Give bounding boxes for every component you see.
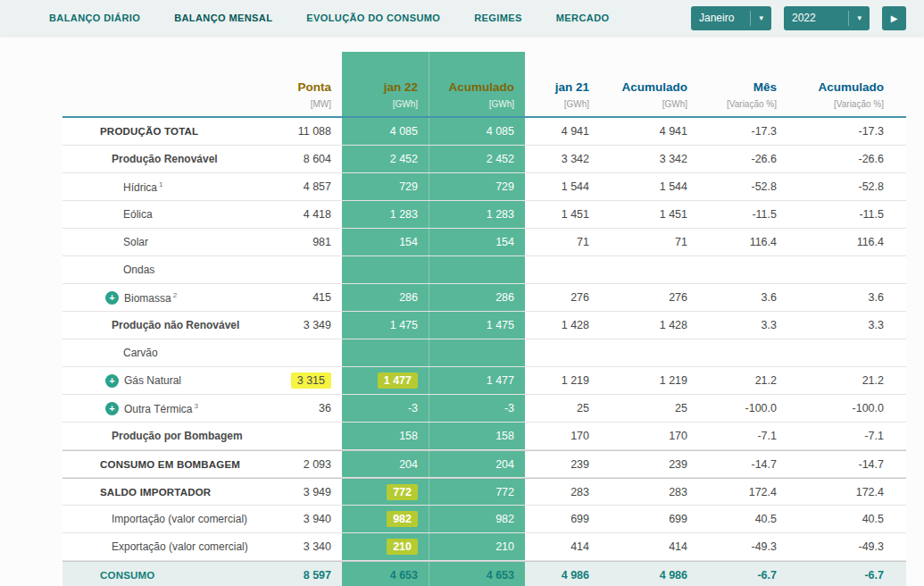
cell-value: 25 [577, 402, 589, 414]
column-header-unit: [GWh] [489, 99, 514, 109]
row-label-text: CONSUMO [100, 570, 154, 581]
cell-value: 3.3 [762, 319, 777, 331]
cell-value: -6.7 [757, 569, 777, 582]
cell-acum_var: -14.7 [787, 451, 906, 477]
column-header-unit: [MW] [311, 99, 331, 109]
cell-value: 1 428 [562, 319, 589, 331]
row-label-text: Produção não Renovável [112, 319, 239, 331]
cell-acum22 [429, 256, 525, 283]
column-header-label: Acumulado [448, 80, 514, 94]
cell-jan22: 4 653 [342, 562, 429, 586]
row-label-text: SALDO IMPORTADOR [100, 487, 211, 498]
table-row: Eólica4 4181 2831 2831 4511 451-11.5-11.… [62, 201, 906, 229]
cell-jan22: 982 [342, 506, 429, 532]
cell-value: -14.7 [752, 458, 778, 471]
table-row: +Outra Térmica336-3-32525-100.0-100.0 [62, 395, 906, 423]
cell-value: 1 451 [562, 208, 589, 221]
nav-item-link[interactable]: REGIMES [474, 13, 522, 23]
column-header-unit: [GWh] [564, 99, 589, 109]
row-label: +Outra Térmica3 [62, 395, 268, 422]
cell-jan22: 2 452 [342, 146, 429, 172]
cell-acum21: 414 [600, 533, 698, 560]
cell-ponta: 8 604 [268, 146, 342, 172]
cell-value: 1 475 [390, 319, 418, 331]
cell-value: 4 085 [390, 125, 418, 138]
cell-acum21: 4 986 [600, 562, 698, 586]
cell-jan22: -3 [342, 395, 429, 422]
balance-table: Ponta[MW]jan 22[GWh]Acumulado[GWh]jan 21… [62, 52, 906, 586]
cell-jan22: 204 [342, 451, 429, 477]
cell-value: 4 653 [390, 569, 418, 582]
month-dropdown[interactable]: Janeiro ▾ [691, 6, 771, 30]
cell-value: 3 940 [304, 513, 331, 525]
nav-item-link[interactable]: MERCADO [556, 13, 610, 23]
cell-acum_var: 172.4 [787, 479, 906, 505]
cell-value: -3 [408, 402, 418, 414]
table-row: Importação (valor comercial)3 9409829826… [62, 506, 906, 533]
cell-value: 729 [495, 180, 514, 193]
cell-acum21 [600, 339, 698, 366]
table-row: Carvão [62, 339, 906, 367]
cell-value: -100.0 [745, 402, 777, 414]
cell-acum_var: -11.5 [787, 201, 906, 228]
column-header-jan22: jan 22[GWh] [342, 52, 429, 116]
column-header-unit: [Variação %] [727, 99, 777, 109]
cell-value: 2 452 [487, 153, 514, 165]
row-label-text: Produção Renovável [112, 153, 218, 165]
expand-plus-icon[interactable]: + [105, 402, 119, 415]
cell-value: 154 [399, 236, 418, 248]
nav-item-link[interactable]: BALANÇO DIÁRIO [49, 13, 140, 23]
cell-jan22: 772 [342, 479, 429, 505]
cell-value: -7.1 [757, 430, 777, 442]
cell-value: 172.4 [749, 486, 777, 498]
period-controls: Janeiro ▾ 2022 ▾ ▶ [691, 6, 906, 30]
cell-value: 3 342 [562, 153, 589, 165]
cell-value: 40.5 [862, 513, 884, 525]
cell-mes [698, 339, 787, 366]
nav-item-active[interactable]: BALANÇO MENSAL [174, 13, 272, 23]
cell-value: 172.4 [856, 486, 884, 498]
cell-acum21: 3 342 [600, 146, 698, 172]
cell-value: 71 [675, 236, 687, 248]
cell-value: 4 653 [487, 569, 514, 582]
row-label: Importação (valor comercial) [62, 506, 268, 532]
cell-acum22: 4 085 [429, 118, 525, 145]
cell-value: 1 219 [562, 374, 589, 387]
cell-value: 21.2 [862, 374, 884, 387]
cell-mes: 3.3 [698, 312, 787, 339]
cell-value: 1 219 [660, 374, 687, 387]
row-label-text: Carvão [123, 347, 158, 359]
table-row: PRODUÇÃO TOTAL11 0884 0854 0854 9414 941… [62, 118, 906, 146]
cell-mes [698, 256, 787, 283]
cell-acum22: 982 [429, 506, 525, 532]
cell-value: 3.3 [869, 319, 884, 331]
column-header-unit: [GWh] [662, 99, 687, 109]
expand-plus-icon[interactable]: + [105, 374, 119, 388]
row-label: Produção Renovável [62, 146, 268, 172]
cell-mes: 40.5 [698, 506, 787, 532]
cell-value: 116.4 [750, 236, 777, 248]
cell-ponta: 3 940 [268, 506, 342, 532]
cell-acum22: 1 475 [429, 312, 525, 339]
cell-jan22: 1 477 [342, 367, 429, 394]
cell-value: 1 544 [562, 180, 589, 193]
table-row: Solar9811541547171116.4116.4 [62, 229, 906, 256]
cell-value: -11.5 [859, 208, 884, 221]
row-label-text: Importação (valor comercial) [112, 513, 247, 525]
cell-ponta [268, 423, 342, 449]
year-dropdown[interactable]: 2022 ▾ [784, 6, 870, 30]
cell-value: 3.6 [869, 291, 884, 304]
cell-jan21: 1 451 [525, 201, 600, 228]
nav-item-link[interactable]: EVOLUÇÃO DO CONSUMO [306, 13, 440, 23]
cell-value: 116.4 [857, 236, 884, 248]
cell-value: 21.2 [755, 374, 777, 387]
column-header-label: Mês [753, 80, 777, 94]
cell-value: 283 [669, 486, 687, 498]
next-period-button[interactable]: ▶ [882, 6, 906, 30]
cell-value: -49.3 [752, 540, 778, 553]
cell-ponta: 11 088 [268, 118, 342, 145]
expand-plus-icon[interactable]: + [105, 291, 119, 305]
column-header-acum_var: Acumulado[Variação %] [787, 52, 906, 116]
row-label: CONSUMO [62, 562, 268, 586]
column-header-mes: Mês[Variação %] [698, 52, 787, 116]
